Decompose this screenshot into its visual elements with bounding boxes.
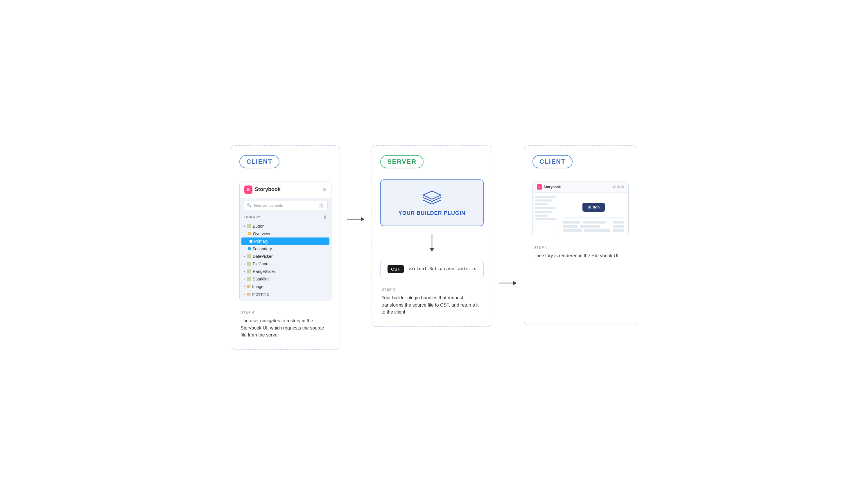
csf-badge: CSF	[387, 265, 404, 273]
preview-button[interactable]: Button	[582, 203, 605, 212]
tree-item-interstitial[interactable]: ▸ Interstitial	[240, 290, 331, 298]
prop-cell	[563, 225, 578, 228]
docs-icon	[248, 232, 251, 235]
search-icon: 🔍	[247, 203, 252, 208]
layers-icon	[422, 189, 442, 206]
search-placeholder: Find components	[254, 203, 283, 208]
dot1	[613, 186, 616, 188]
tree-item-rangeslider[interactable]: ▸ RangeSlider	[240, 268, 331, 275]
step6-label: STEP 6	[534, 245, 628, 250]
tree-item-overview[interactable]: Overview	[240, 230, 331, 238]
right-panel: CLIENT S Storybook	[524, 145, 637, 325]
csf-filename: virtual:Button.variants.ts	[408, 267, 477, 271]
gear-icon[interactable]: ⚙	[322, 186, 327, 193]
tree-item-image[interactable]: ▸ Image	[240, 283, 331, 290]
svg-marker-2	[423, 191, 441, 199]
prop-cell	[580, 225, 600, 228]
search-shortcut: /	[319, 203, 324, 208]
arrow-middle-to-right	[499, 145, 517, 287]
step5-section: STEP 5 Your builder plugin handles that …	[380, 287, 484, 316]
arrow-left-to-middle	[347, 145, 365, 224]
rs-app-name: Storybook	[544, 185, 561, 189]
tree-label-interstitial: Interstitial	[252, 292, 270, 296]
component-icon	[247, 254, 251, 258]
component-icon	[247, 262, 251, 266]
arrow-icon: ▸	[244, 270, 245, 273]
tree-label-overview: Overview	[253, 232, 270, 236]
tree-item-datepicker[interactable]: ▸ DatePicker	[240, 253, 331, 260]
tree-label-secondary: Secondary	[252, 246, 272, 251]
storybook-logo-icon: S	[244, 186, 252, 194]
storybook-ui-mockup: S Storybook ⚙ 🔍 Find components / LIBRAR…	[239, 181, 332, 301]
server-content: YOUR BUILDER PLUGIN CSF virtual:Button.v…	[380, 176, 484, 278]
tree-label-sparkline: Sparkline	[253, 277, 270, 281]
rs-props-table	[563, 221, 624, 232]
rs-window-dots	[613, 186, 624, 188]
rs-sidebar	[533, 193, 559, 236]
svg-marker-4	[430, 248, 434, 252]
prop-row	[563, 221, 624, 224]
arrow-icon: ▾	[244, 224, 245, 228]
step6-text: The story is rendered in the Storybook U…	[534, 252, 628, 259]
svg-marker-1	[361, 217, 365, 221]
prop-cell	[613, 225, 624, 228]
prop-cell	[613, 229, 624, 232]
tree-label-rangeslider: RangeSlider	[253, 269, 275, 274]
arrow-icon: ▸	[244, 285, 245, 288]
prop-row	[563, 225, 624, 228]
sidebar-line	[535, 203, 548, 205]
step4-text: The user navigates to a story in the Sto…	[240, 317, 330, 339]
rs-story-preview: Button	[563, 197, 624, 218]
arrow-icon: ▸	[244, 292, 245, 295]
arrow-icon: ▸	[244, 262, 245, 266]
prop-cell	[584, 229, 610, 232]
tree-label-button: Button	[253, 224, 264, 228]
dot2	[617, 186, 620, 188]
arrow-icon: ▸	[244, 277, 245, 280]
sidebar-line	[535, 215, 548, 217]
prop-cell	[583, 221, 606, 224]
arrow-svg-2	[499, 279, 517, 287]
step4-label: STEP 4	[240, 310, 330, 314]
tree-label-image: Image	[252, 284, 264, 289]
server-badge: SERVER	[380, 155, 423, 168]
sb-header: S Storybook ⚙	[240, 182, 331, 198]
arrow-svg	[347, 215, 365, 224]
diagram-container: CLIENT S Storybook ⚙ 🔍 Find components /…	[231, 145, 637, 350]
prop-cell	[563, 229, 582, 232]
story-icon-secondary	[248, 248, 251, 250]
story-icon-primary	[250, 240, 252, 243]
down-arrow-svg	[428, 234, 436, 252]
folder-icon	[247, 285, 250, 288]
tree-item-sparkline[interactable]: ▸ Sparkline	[240, 275, 331, 283]
component-icon	[247, 277, 251, 281]
rendered-story-mockup: S Storybook	[533, 181, 629, 236]
csf-file-box: CSF virtual:Button.variants.ts	[380, 260, 484, 278]
sb-search-bar[interactable]: 🔍 Find components /	[243, 201, 328, 210]
component-icon	[247, 269, 251, 273]
step5-label: STEP 5	[381, 287, 483, 291]
prop-row	[563, 229, 624, 232]
builder-plugin-label: YOUR BUILDER PLUGIN	[399, 210, 466, 216]
library-label: LIBRARY	[244, 216, 261, 219]
svg-marker-6	[513, 281, 517, 285]
sidebar-line	[535, 218, 556, 220]
tree-item-piechart[interactable]: ▸ PieChart	[240, 260, 331, 268]
sort-icon[interactable]: ⇅	[323, 215, 327, 220]
step5-text: Your builder plugin handles that request…	[381, 294, 483, 316]
tree-item-button[interactable]: ▾ Button	[240, 222, 331, 230]
arrow-icon: ▸	[244, 255, 245, 258]
tree-item-secondary[interactable]: Secondary	[240, 245, 331, 253]
step4-section: STEP 4 The user navigates to a story in …	[239, 310, 332, 339]
folder-icon	[247, 293, 250, 295]
component-icon	[247, 224, 251, 228]
tree-item-primary[interactable]: Primary	[241, 238, 330, 245]
prop-cell	[613, 221, 624, 224]
storybook-title: Storybook	[255, 186, 281, 192]
tree-label-piechart: PieChart	[253, 261, 268, 266]
left-panel: CLIENT S Storybook ⚙ 🔍 Find components /…	[231, 145, 340, 350]
tree-label-primary: Primary	[254, 239, 268, 243]
step6-section: STEP 6 The story is rendered in the Stor…	[533, 245, 629, 259]
rs-body: Button	[533, 193, 628, 236]
rs-topbar: S Storybook	[533, 182, 628, 193]
